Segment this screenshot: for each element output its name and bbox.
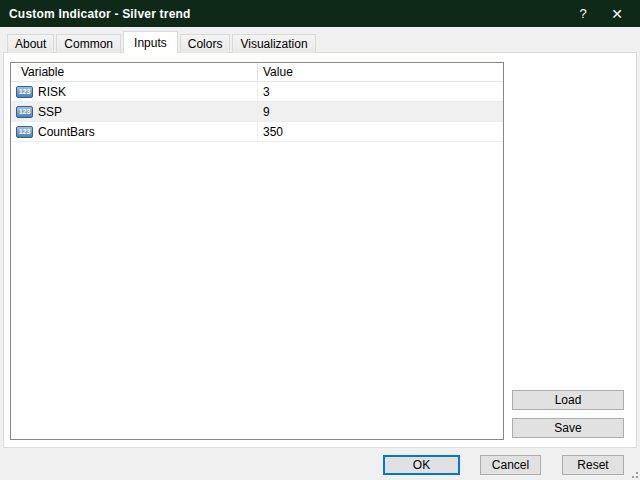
value-cell[interactable]: 350 <box>257 122 503 141</box>
variable-name: CountBars <box>38 125 95 139</box>
table-header-row: Variable Value <box>11 63 503 82</box>
variable-name: SSP <box>38 105 62 119</box>
variable-name: RISK <box>38 85 66 99</box>
tab-inputs[interactable]: Inputs <box>123 31 178 53</box>
title-bar: Custom Indicator - Silver trend ? ✕ <box>0 0 640 27</box>
window-title: Custom Indicator - Silver trend <box>0 7 191 21</box>
variable-cell: 123 SSP <box>11 102 257 121</box>
table-row[interactable]: 123 RISK 3 <box>11 82 503 102</box>
tab-about[interactable]: About <box>7 34 54 53</box>
tab-common[interactable]: Common <box>56 34 121 53</box>
load-button[interactable]: Load <box>512 390 624 410</box>
numeric-type-icon: 123 <box>16 126 33 138</box>
tab-strip: About Common Inputs Colors Visualization <box>7 31 318 53</box>
inputs-table: Variable Value 123 RISK 3 123 SSP 9 123 … <box>10 62 504 440</box>
value-cell[interactable]: 3 <box>257 82 503 101</box>
close-icon[interactable]: ✕ <box>600 0 634 27</box>
column-header-variable[interactable]: Variable <box>11 63 257 81</box>
cancel-button[interactable]: Cancel <box>480 455 541 475</box>
help-icon[interactable]: ? <box>566 0 600 27</box>
numeric-type-icon: 123 <box>16 86 33 98</box>
variable-cell: 123 RISK <box>11 82 257 101</box>
ok-button[interactable]: OK <box>383 455 460 475</box>
column-header-value[interactable]: Value <box>257 63 503 81</box>
tab-visualization[interactable]: Visualization <box>232 34 315 53</box>
tab-colors[interactable]: Colors <box>180 34 231 53</box>
reset-button[interactable]: Reset <box>562 455 624 475</box>
value-cell[interactable]: 9 <box>257 102 503 121</box>
value-text: 3 <box>263 85 270 99</box>
table-row[interactable]: 123 SSP 9 <box>11 102 503 122</box>
numeric-type-icon: 123 <box>16 106 33 118</box>
value-text: 350 <box>263 125 283 139</box>
save-button[interactable]: Save <box>512 418 624 438</box>
resize-grip[interactable] <box>628 468 638 478</box>
table-row[interactable]: 123 CountBars 350 <box>11 122 503 142</box>
variable-cell: 123 CountBars <box>11 122 257 141</box>
value-text: 9 <box>263 105 270 119</box>
